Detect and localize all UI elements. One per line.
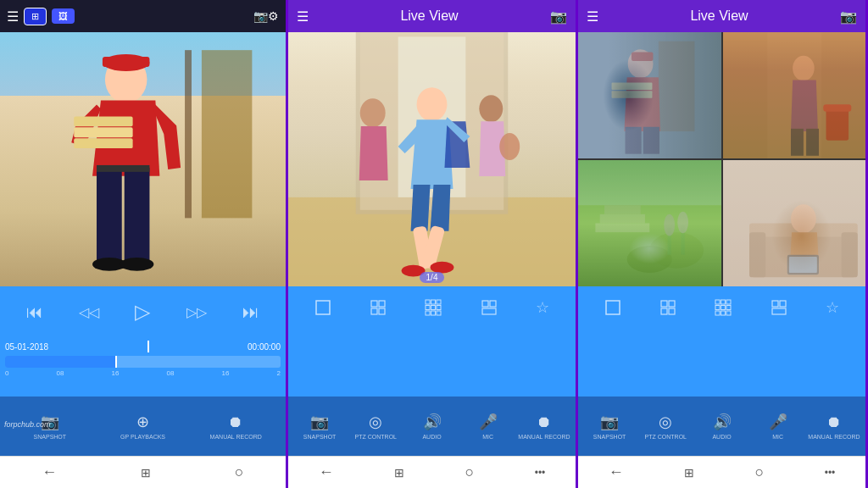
svg-rect-92 [772, 308, 786, 314]
record-icon-p3: ⏺ [826, 413, 842, 431]
svg-rect-86 [726, 306, 731, 310]
tab-gallery[interactable]: 🖼 [52, 8, 75, 24]
svg-rect-36 [426, 311, 430, 315]
grid-3x3-button-p2[interactable] [425, 299, 442, 316]
svg-rect-27 [379, 301, 385, 307]
recent-nav-p2[interactable]: ○ [465, 463, 474, 481]
video-feed-panel1 [0, 32, 286, 286]
camera-icon-p2[interactable]: 📷 [550, 8, 567, 25]
camera-cell-4[interactable] [723, 160, 866, 286]
snapshot-button-p2[interactable]: 📷 SNAPSHOT [292, 413, 348, 440]
back-nav-p3[interactable]: ← [609, 463, 624, 481]
ptz-control-button-p2[interactable]: ◎ PTZ CONTROL [348, 413, 403, 440]
audio-icon-p2: 🔊 [423, 413, 442, 431]
home-nav-p2[interactable]: ⊞ [394, 466, 404, 480]
page-indicator-p2: 1/4 [420, 272, 445, 283]
panel-3: ☰ Live View 📷 [578, 0, 868, 488]
home-nav-button[interactable]: ⊞ [141, 466, 151, 480]
ptz-control-button-p3[interactable]: ◎ PTZ CONTROL [637, 413, 693, 440]
menu-icon-p3[interactable]: ☰ [587, 8, 598, 25]
grid-1x1-button-p3[interactable] [604, 299, 621, 316]
back-nav-button[interactable]: ← [42, 463, 57, 481]
svg-rect-38 [437, 311, 441, 315]
panel3-nav: ← ⊞ ○ ••• [578, 456, 865, 488]
camera-cell-1[interactable] [578, 32, 721, 158]
fast-forward-button[interactable]: ▷▷ [186, 304, 207, 320]
grid-2x2-button-p3[interactable] [659, 299, 676, 316]
svg-point-22 [360, 98, 386, 127]
mic-button-p2[interactable]: 🎤 MIC [460, 413, 516, 440]
menu-icon-p2[interactable]: ☰ [297, 8, 309, 25]
svg-rect-46 [626, 127, 642, 154]
audio-button-p3[interactable]: 🔊 AUDIO [693, 413, 749, 440]
grid-1x1-button-p2[interactable] [314, 299, 331, 316]
camera-grid [578, 32, 865, 286]
grid-4split-button-p3[interactable] [771, 299, 787, 316]
mic-button-p3[interactable]: 🎤 MIC [750, 413, 806, 440]
timeline-date-time: 05-01-2018 00:00:00 [5, 341, 281, 352]
snapshot-icon-p3: 📷 [600, 413, 619, 431]
panel3-toolbar: 📷 SNAPSHOT ◎ PTZ CONTROL 🔊 AUDIO 🎤 MIC ⏺… [578, 396, 865, 456]
favorite-button-p3[interactable]: ☆ [826, 298, 839, 317]
manual-record-button[interactable]: ⏺ MANUAL RECORD [189, 413, 282, 440]
play-button[interactable]: ▷ [135, 300, 150, 324]
audio-label-p3: AUDIO [712, 434, 731, 440]
svg-rect-56 [823, 104, 851, 112]
panel2-header: ☰ Live View 📷 [288, 0, 576, 32]
manual-record-label: MANUAL RECORD [210, 434, 262, 440]
svg-rect-51 [767, 32, 821, 158]
svg-rect-30 [426, 300, 430, 304]
svg-rect-90 [772, 301, 778, 307]
svg-rect-61 [604, 205, 641, 214]
svg-point-44 [628, 49, 654, 78]
camera4-content [723, 160, 866, 286]
playback-controls: ⏮ ◁◁ ▷ ▷▷ ⏭ 05-01-2018 00:00:00 0 08 16 … [0, 286, 286, 396]
grid-3x3-button-p3[interactable] [715, 299, 732, 316]
back-nav-p2[interactable]: ← [319, 463, 334, 481]
mic-label-p3: MIC [772, 434, 783, 440]
svg-rect-54 [806, 129, 819, 156]
recent-nav-button[interactable]: ○ [235, 463, 244, 481]
ptz-icon-p2: ◎ [369, 413, 382, 431]
svg-point-23 [479, 95, 503, 122]
svg-rect-5 [97, 168, 122, 260]
panel1-nav: ← ⊞ ○ [0, 456, 286, 488]
grid-2x2-button-p2[interactable] [370, 299, 387, 316]
skip-to-end-button[interactable]: ⏭ [242, 302, 259, 322]
menu-icon[interactable]: ☰ [7, 8, 19, 25]
panel3-header-left: ☰ [587, 8, 598, 25]
camera-icon-p3[interactable]: 📷 [840, 8, 857, 25]
manual-record-button-p3[interactable]: ⏺ MANUAL RECORD [806, 413, 862, 440]
svg-rect-58 [578, 160, 721, 205]
svg-rect-8 [74, 127, 132, 137]
camera-cell-3[interactable] [578, 160, 721, 286]
gp-playbacks-button[interactable]: ⊕ GP PLAYBACKS [97, 413, 190, 440]
home-nav-p3[interactable]: ⊞ [684, 466, 694, 480]
more-nav-p2[interactable]: ••• [535, 467, 546, 479]
camera-cell-2[interactable] [723, 32, 866, 158]
svg-rect-42 [578, 32, 721, 158]
svg-rect-75 [788, 257, 816, 273]
audio-button-p2[interactable]: 🔊 AUDIO [403, 413, 459, 440]
svg-rect-72 [841, 232, 857, 277]
grid-4split-button-p2[interactable] [481, 299, 498, 316]
ptz-label-p2: PTZ CONTROL [355, 434, 397, 440]
skip-to-start-button[interactable]: ⏮ [26, 302, 43, 322]
camera1-content [578, 32, 721, 158]
rewind-button[interactable]: ◁◁ [79, 304, 99, 320]
gp-playbacks-label: GP PLAYBACKS [120, 434, 165, 440]
timeline-bar[interactable] [5, 356, 281, 368]
manual-record-label-p2: MANUAL RECORD [518, 434, 570, 440]
manual-record-button-p2[interactable]: ⏺ MANUAL RECORD [516, 413, 572, 440]
tab-grid[interactable]: ⊞ [24, 8, 47, 25]
svg-rect-83 [726, 300, 731, 304]
recent-nav-p3[interactable]: ○ [754, 463, 764, 481]
more-nav-p3[interactable]: ••• [825, 467, 836, 479]
snapshot-button-p3[interactable]: 📷 SNAPSHOT [581, 413, 637, 440]
svg-rect-25 [316, 301, 330, 314]
panel1-header: ☰ ⊞ 🖼 📷⚙ [0, 0, 286, 32]
svg-rect-43 [659, 42, 695, 131]
timeline-area: 05-01-2018 00:00:00 0 08 16 08 16 2 [0, 337, 286, 380]
camera-settings-icon[interactable]: 📷⚙ [253, 9, 279, 23]
favorite-button-p2[interactable]: ☆ [536, 298, 549, 317]
